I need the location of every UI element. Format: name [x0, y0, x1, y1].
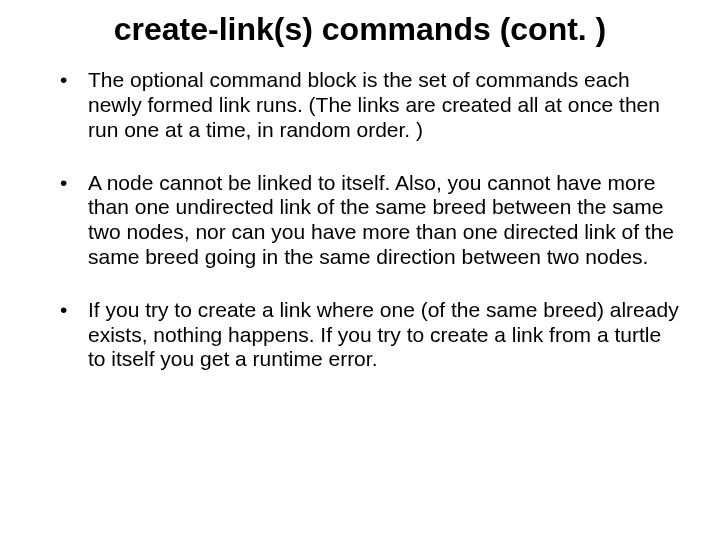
slide-title: create-link(s) commands (cont. ): [40, 10, 680, 48]
bullet-list: The optional command block is the set of…: [40, 68, 680, 372]
bullet-item: If you try to create a link where one (o…: [60, 298, 680, 372]
bullet-item: The optional command block is the set of…: [60, 68, 680, 142]
bullet-item: A node cannot be linked to itself. Also,…: [60, 171, 680, 270]
